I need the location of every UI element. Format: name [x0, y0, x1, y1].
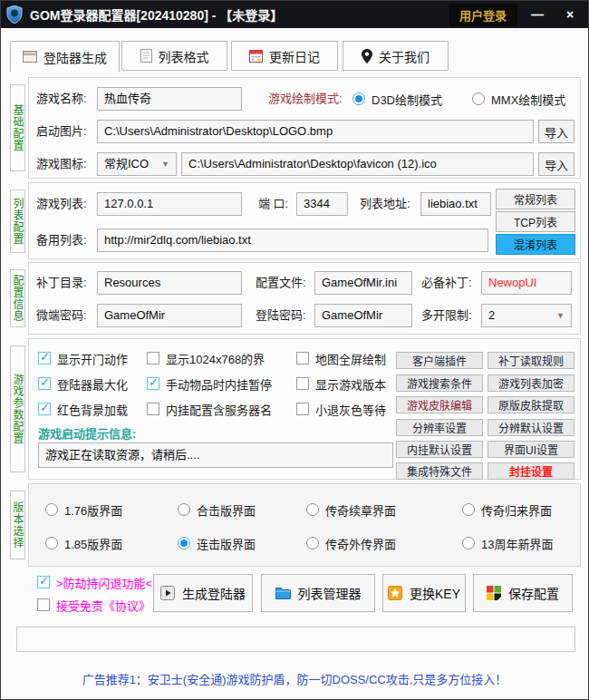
app-shield-icon	[6, 5, 23, 24]
radio-ui-185[interactable]: 1.85版界面	[45, 536, 122, 550]
client-plugin-button[interactable]: 客户端插件	[396, 352, 483, 369]
title-bar: GOM登录器配置器[202410280] - 【未登录】 用户登录 — ×	[1, 1, 588, 28]
tab-list-format[interactable]: 列表格式	[121, 41, 227, 71]
tab-login-generator[interactable]: 登陆器生成	[10, 41, 120, 73]
game-icon-input[interactable]: C:\Users\Administrator\Desktop\favicon (…	[181, 152, 534, 176]
game-name-input[interactable]: 热血传奇	[97, 87, 242, 111]
startup-prompt-input[interactable]: 游戏正在读取资源，请稍后....	[38, 442, 393, 468]
tcp-list-button[interactable]: TCP列表	[496, 211, 575, 232]
special-files-button[interactable]: 集成特殊文件	[396, 462, 483, 480]
backup-list-label: 备用列表:	[36, 228, 87, 252]
radio-ui-13th[interactable]: 13周年新界面	[462, 536, 553, 550]
side-label-version-select: 版本选择	[10, 491, 25, 559]
check-maximize[interactable]: 登陆器最大化	[38, 376, 128, 391]
check-gray-wait[interactable]: 小退灰色等待	[296, 402, 386, 416]
import-icon-button[interactable]: 导入	[538, 152, 575, 176]
radio-d3d-mode[interactable]: D3D绘制模式	[352, 92, 442, 106]
mixed-list-button[interactable]: 混淆列表	[496, 234, 575, 255]
tab-about-us[interactable]: 关于我们	[343, 41, 449, 71]
splash-image-label: 启动图片:	[36, 120, 87, 143]
user-login-button[interactable]: 用户登录	[449, 4, 517, 26]
skin-extract-button[interactable]: 原版皮肤提取	[488, 396, 575, 413]
change-key-button[interactable]: 更换KEY	[382, 574, 466, 612]
check-agreement[interactable]: 接受免责《协议》	[37, 598, 150, 612]
import-splash-button[interactable]: 导入	[538, 120, 575, 143]
multi-open-select[interactable]: 2 ▼	[481, 304, 572, 327]
check-red-bg-load[interactable]: 红色背景加载	[38, 402, 128, 416]
micro-pwd-input[interactable]: GameOfMir	[97, 304, 242, 327]
close-button[interactable]: ×	[557, 7, 583, 22]
resolution-default-button[interactable]: 分辨默认设置	[488, 419, 575, 436]
calendar-icon	[249, 50, 263, 63]
generate-launcher-button[interactable]: 生成登陆器	[153, 574, 253, 612]
tab-label: 登陆器生成	[43, 48, 107, 66]
startup-prompt-label: 游戏启动提示信息:	[38, 424, 136, 442]
checkbox-indicator	[37, 576, 50, 588]
checkbox-indicator	[147, 377, 159, 390]
side-label-basic-config: 基础配置	[10, 84, 25, 171]
tab-label: 列表格式	[159, 47, 209, 65]
radio-ui-waizhuan[interactable]: 传奇外传界面	[306, 536, 396, 550]
check-show-version[interactable]: 显示游戏版本	[296, 376, 386, 391]
check-1024x768[interactable]: 显示1024x768的界	[147, 351, 265, 365]
check-plugin-servername[interactable]: 内挂配置含服务器名	[147, 402, 272, 416]
checkbox-indicator	[296, 403, 309, 415]
check-door-action[interactable]: 显示开门动作	[38, 351, 128, 365]
game-name-label: 游戏名称:	[36, 87, 87, 111]
resolution-button[interactable]: 分辨率设置	[396, 419, 483, 436]
ui-settings-button[interactable]: 界面UI设置	[488, 441, 575, 458]
game-list-label: 游戏列表:	[36, 192, 87, 216]
config-info-group: 补丁目录: Resources 配置文件: GameOfMir.ini 必备补丁…	[28, 262, 581, 335]
minimize-button[interactable]: —	[525, 7, 550, 22]
radio-ui-lianji[interactable]: 连击版界面	[178, 536, 256, 550]
list-encrypt-button[interactable]: 游戏列表加密	[488, 374, 575, 392]
list-addr-input[interactable]: liebiao.txt	[420, 192, 491, 216]
req-patch-label: 必备补丁:	[421, 271, 472, 295]
patch-dir-input[interactable]: Resources	[97, 271, 242, 295]
backup-list-input[interactable]: http://mir2dlq.com/liebiao.txt	[97, 228, 488, 252]
radio-ui-xuzhang[interactable]: 传奇续章界面	[306, 502, 396, 517]
game-list-input[interactable]: 127.0.0.1	[97, 192, 242, 216]
icon-type-select[interactable]: 常规ICO ▼	[97, 152, 177, 176]
patch-read-rules-button[interactable]: 补丁读取规则	[488, 352, 575, 369]
list-manager-button[interactable]: 列表管理器	[261, 574, 375, 612]
save-config-button[interactable]: 保存配置	[473, 574, 573, 612]
cfg-file-input[interactable]: GameOfMir.ini	[314, 271, 412, 295]
checkbox-indicator	[38, 352, 51, 365]
check-map-fullscreen[interactable]: 地图全屏绘制	[296, 351, 386, 365]
skin-edit-button[interactable]: 游戏皮肤编辑	[396, 396, 483, 413]
app-window: GOM登录器配置器[202410280] - 【未登录】 用户登录 — × 登陆…	[0, 0, 589, 700]
document-icon	[140, 49, 152, 63]
checkbox-indicator	[147, 403, 159, 415]
ad-banner-text: 广告推荐1：安卫士(安全通)游戏防护盾，防一切DOSS/CC攻击,只是多方位接入…	[1, 670, 588, 687]
draw-mode-label: 游戏绘制模式:	[268, 87, 343, 111]
port-label: 端 口:	[258, 192, 288, 216]
radio-indicator	[462, 537, 475, 549]
normal-list-button[interactable]: 常规列表	[496, 189, 575, 209]
list-addr-label: 列表地址:	[360, 192, 410, 216]
play-icon	[160, 586, 175, 600]
multi-open-label: 多开限制:	[421, 304, 472, 327]
radio-indicator	[352, 92, 365, 105]
login-pwd-input[interactable]: GameOfMir	[314, 304, 412, 327]
check-pause-plugin[interactable]: 手动物品时内挂暂停	[147, 376, 272, 391]
anticheat-settings-button[interactable]: 封挂设置	[488, 462, 575, 480]
radio-indicator	[306, 503, 319, 516]
radio-ui-heji[interactable]: 合击版界面	[178, 502, 256, 517]
port-input[interactable]: 3344	[296, 192, 348, 216]
check-anti-hijack[interactable]: >防劫持闪退功能<	[37, 575, 152, 589]
radio-indicator	[178, 503, 190, 516]
radio-mmx-mode[interactable]: MMX绘制模式	[472, 92, 565, 106]
req-patch-input[interactable]: NewopUI	[481, 271, 572, 295]
radio-ui-guilai[interactable]: 传奇归来界面	[462, 502, 552, 517]
tab-update-diary[interactable]: 更新日记	[231, 41, 338, 71]
radio-ui-176[interactable]: 1.76版界面	[45, 502, 122, 517]
basic-config-group: 游戏名称: 热血传奇 游戏绘制模式: D3D绘制模式 MMX绘制模式 启动图片:…	[28, 77, 581, 179]
checkbox-indicator	[147, 352, 159, 365]
checkbox-indicator	[37, 598, 50, 611]
splash-image-input[interactable]: C:\Users\Administrator\Desktop\LOGO.bmp	[97, 120, 534, 143]
plugin-default-button[interactable]: 内挂默认设置	[396, 441, 483, 458]
game-search-button[interactable]: 游戏搜索条件	[396, 374, 483, 392]
radio-indicator	[306, 537, 319, 549]
chevron-down-icon: ▼	[556, 305, 565, 326]
